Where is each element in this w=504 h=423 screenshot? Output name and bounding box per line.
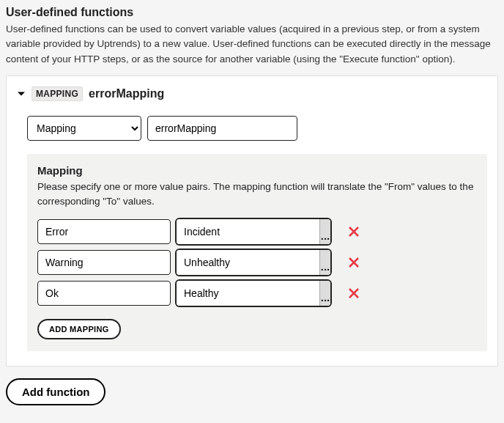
variable-picker-button[interactable]: ... bbox=[319, 281, 330, 306]
close-icon bbox=[348, 287, 360, 299]
mapping-section-title: Mapping bbox=[37, 164, 477, 177]
function-name-input[interactable] bbox=[147, 116, 297, 141]
mapping-from-input[interactable] bbox=[37, 281, 171, 306]
function-type-select[interactable]: Mapping bbox=[27, 116, 141, 141]
delete-mapping-button[interactable] bbox=[345, 254, 363, 271]
delete-mapping-button[interactable] bbox=[345, 223, 363, 240]
function-type-badge: MAPPING bbox=[32, 87, 83, 101]
function-card-header: MAPPING errorMapping bbox=[17, 87, 487, 101]
page-description: User-defined functions can be used to co… bbox=[6, 22, 498, 67]
mapping-to-group: ... bbox=[177, 281, 330, 306]
mapping-to-input[interactable] bbox=[177, 219, 319, 244]
mapping-pair-row: ... bbox=[37, 281, 477, 306]
mapping-to-input[interactable] bbox=[177, 281, 319, 306]
mapping-to-input[interactable] bbox=[177, 250, 319, 275]
chevron-down-icon[interactable] bbox=[17, 89, 26, 98]
mapping-to-group: ... bbox=[177, 250, 330, 275]
mapping-section: Mapping Please specify one or more value… bbox=[27, 154, 487, 352]
function-name-display: errorMapping bbox=[89, 87, 164, 100]
mapping-from-input[interactable] bbox=[37, 250, 171, 275]
mapping-pair-row: ... bbox=[37, 219, 477, 244]
function-config-row: Mapping bbox=[27, 116, 487, 141]
page-title: User-defined functions bbox=[6, 6, 498, 19]
delete-mapping-button[interactable] bbox=[345, 284, 363, 302]
mapping-section-description: Please specify one or more value pairs. … bbox=[37, 180, 477, 210]
close-icon bbox=[348, 257, 360, 268]
mapping-from-input[interactable] bbox=[37, 219, 171, 244]
add-function-button[interactable]: Add function bbox=[6, 378, 105, 405]
close-icon bbox=[348, 226, 360, 238]
variable-picker-button[interactable]: ... bbox=[319, 219, 330, 244]
function-card: MAPPING errorMapping Mapping Mapping Ple… bbox=[6, 76, 498, 367]
add-mapping-button[interactable]: ADD MAPPING bbox=[37, 319, 121, 339]
mapping-pair-row: ... bbox=[37, 250, 477, 275]
mapping-to-group: ... bbox=[177, 219, 330, 244]
variable-picker-button[interactable]: ... bbox=[319, 250, 330, 275]
